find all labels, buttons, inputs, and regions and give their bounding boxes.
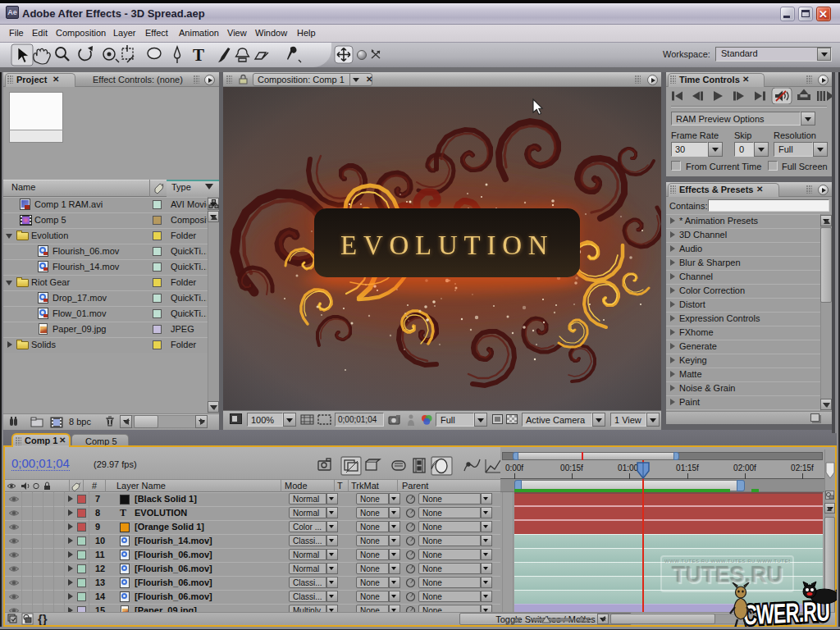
svg-text:T: T	[193, 45, 204, 65]
svg-text:{}: {}	[38, 613, 48, 625]
